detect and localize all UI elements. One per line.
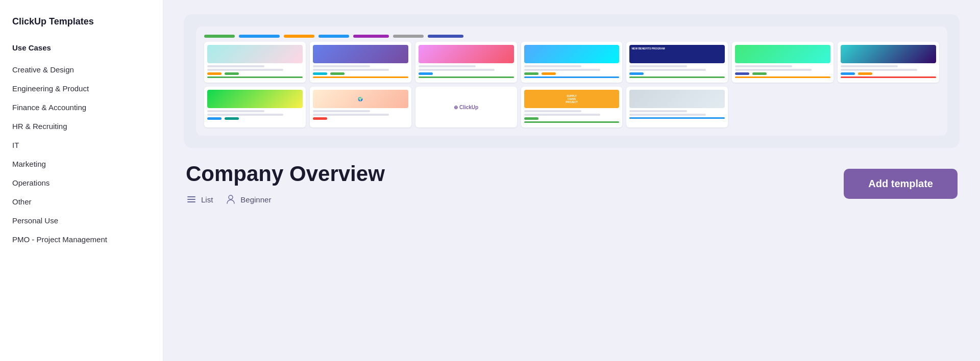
col-header-monthly	[239, 35, 280, 38]
sidebar-item-creative-design[interactable]: Creative & Design	[12, 60, 151, 79]
mini-card-network	[521, 42, 623, 83]
card-thumbnail-benefits: NEW BENEFITS PROGRAM	[629, 45, 725, 63]
meta-list-label: List	[201, 195, 213, 204]
sidebar-item-pmo-project-management[interactable]: PMO - Project Management	[12, 230, 151, 249]
bottom-section: Company Overview List	[184, 162, 960, 205]
mini-card-sales	[415, 42, 517, 83]
meta-beginner: Beginner	[225, 194, 271, 205]
card-thumbnail-sales	[419, 45, 514, 63]
cards-row-1: NEW BENEFITS PROGRAM	[204, 42, 939, 83]
cards-row-2: 🌍 ⊕ ClickUp SUPPLYCHAINPROJECT	[204, 87, 939, 127]
main-content: NEW BENEFITS PROGRAM	[163, 0, 980, 361]
mini-card-cashflow	[626, 87, 728, 127]
mini-card-empty-1	[732, 87, 834, 127]
sidebar-item-it[interactable]: IT	[12, 136, 151, 154]
col-header-finance	[428, 35, 463, 38]
mini-card-empty-2	[838, 87, 939, 127]
sidebar-nav: Creative & DesignEngineering & ProductFi…	[12, 60, 151, 249]
card-thumbnail-cashflow	[629, 90, 725, 108]
sidebar-item-marketing[interactable]: Marketing	[12, 154, 151, 173]
card-thumbnail-affiliate	[313, 45, 408, 63]
mini-card-affiliate	[310, 42, 411, 83]
col-header-todo	[204, 35, 235, 38]
svg-point-3	[229, 195, 233, 199]
mini-card-clickup: ⊕ ClickUp	[415, 87, 517, 127]
mini-card-shipments	[732, 42, 834, 83]
card-thumbnail-supply: SUPPLYCHAINPROJECT	[524, 90, 620, 108]
card-thumbnail-website	[207, 90, 303, 108]
sidebar-section-label: Use Cases	[12, 43, 151, 52]
beginner-icon	[225, 194, 236, 205]
mini-card-benefits: NEW BENEFITS PROGRAM	[626, 42, 728, 83]
sidebar: ClickUp Templates Use Cases Creative & D…	[0, 0, 163, 361]
sidebar-item-engineering-product[interactable]: Engineering & Product	[12, 79, 151, 98]
sidebar-item-other[interactable]: Other	[12, 192, 151, 211]
sidebar-item-hr-recruiting[interactable]: HR & Recruiting	[12, 117, 151, 136]
clickup-logo-text: ⊕ ClickUp	[454, 105, 478, 110]
mini-card-q4	[204, 42, 306, 83]
preview-card: NEW BENEFITS PROGRAM	[184, 14, 960, 148]
card-thumbnail-q4	[207, 45, 303, 63]
card-thumbnail-automated	[841, 45, 936, 63]
svg-rect-2	[187, 201, 195, 202]
card-thumbnail-expansion: 🌍	[313, 90, 408, 108]
sidebar-item-finance-accounting[interactable]: Finance & Accounting	[12, 98, 151, 117]
template-title: Company Overview	[186, 162, 385, 186]
card-thumbnail-shipments	[735, 45, 830, 63]
col-header-sales	[284, 35, 314, 38]
meta-beginner-label: Beginner	[240, 195, 271, 204]
svg-rect-0	[187, 196, 195, 197]
card-thumbnail-network	[524, 45, 620, 63]
sidebar-item-operations[interactable]: Operations	[12, 173, 151, 192]
mini-card-automated	[838, 42, 939, 83]
mini-card-expansion: 🌍	[310, 87, 411, 127]
svg-rect-1	[187, 199, 195, 200]
sidebar-item-personal-use[interactable]: Personal Use	[12, 211, 151, 230]
mini-card-supply: SUPPLYCHAINPROJECT	[521, 87, 623, 127]
col-header-humanr	[353, 35, 389, 38]
meta-list: List	[186, 194, 213, 205]
template-info: Company Overview List	[186, 162, 385, 205]
col-header-default	[393, 35, 424, 38]
col-header-it	[318, 35, 349, 38]
template-meta: List Beginner	[186, 194, 385, 205]
sidebar-title: ClickUp Templates	[12, 16, 151, 27]
mini-card-website	[204, 87, 306, 127]
preview-inner: NEW BENEFITS PROGRAM	[196, 27, 947, 136]
list-icon	[186, 194, 197, 205]
add-template-button[interactable]: Add template	[844, 169, 958, 199]
